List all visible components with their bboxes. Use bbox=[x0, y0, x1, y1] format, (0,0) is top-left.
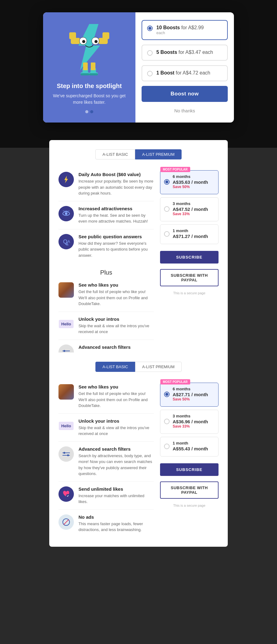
section1-tabs: A-LIST BASIC A-LIST PREMIUM bbox=[58, 149, 219, 159]
feature-list-2: See who likes you Get the full list of p… bbox=[58, 380, 154, 537]
noad-icon-2 bbox=[58, 514, 74, 530]
tab-basic-2[interactable]: A-LIST BASIC bbox=[95, 362, 135, 372]
feature-list-1: Daily Auto Boost ($60 value) Increase yo… bbox=[58, 167, 154, 263]
eye-icon bbox=[58, 206, 74, 221]
subscribe-button-1[interactable]: SUBSCRIBE bbox=[160, 251, 219, 264]
photo-icon-2 bbox=[58, 384, 74, 400]
modal-dots bbox=[85, 110, 93, 113]
section2-pricing: MOST POPULAR 6 months A$27.71 / month Sa… bbox=[160, 380, 219, 537]
radio-1mo-1[interactable] bbox=[164, 231, 170, 237]
amount-1mo-2: A$55.43 / month bbox=[173, 446, 208, 451]
heart-icon-2 bbox=[58, 486, 74, 502]
feature-title-likes1: See who likes you bbox=[78, 282, 154, 288]
feature-title-attract: Increased attractiveness bbox=[78, 206, 154, 211]
hello-icon-2: Hello bbox=[58, 418, 74, 434]
boost-each-10: each bbox=[156, 30, 204, 35]
tab-basic-1[interactable]: A-LIST BASIC bbox=[95, 149, 135, 159]
boost-count-10: 10 Boosts bbox=[156, 25, 180, 30]
no-thanks-button[interactable]: No thanks bbox=[142, 107, 228, 115]
feature-auto-boost: Daily Auto Boost ($60 value) Increase yo… bbox=[58, 167, 154, 201]
feature-title-search1: Advanced search filters bbox=[78, 344, 154, 350]
radio-1mo-2[interactable] bbox=[164, 444, 170, 449]
plus-divider: Plus bbox=[58, 263, 154, 278]
feature-desc-noad2: This means faster page loads, fewer dist… bbox=[78, 521, 154, 533]
radio-3mo-2[interactable] bbox=[164, 419, 170, 424]
boost-icon bbox=[58, 172, 74, 187]
save-6mo-1: Save 50% bbox=[173, 185, 208, 189]
feature-title-search2: Advanced search filters bbox=[78, 446, 154, 452]
price-1mo-1[interactable]: 1 month A$71.27 / month bbox=[160, 224, 219, 244]
subscribe-paypal-button-2[interactable]: SUBSCRIBE WITH PAYPAL bbox=[160, 481, 219, 499]
radio-10boosts[interactable] bbox=[147, 26, 153, 31]
most-popular-badge-1: MOST POPULAR bbox=[160, 167, 190, 172]
svg-rect-15 bbox=[83, 62, 88, 70]
price-3mo-1[interactable]: 3 months A$47.52 / month Save 33% bbox=[160, 197, 219, 221]
feature-desc-boost: Increase your popularity. Be seen by mor… bbox=[78, 178, 154, 196]
tab-premium-1[interactable]: A-LIST PREMIUM bbox=[135, 149, 182, 159]
svg-point-7 bbox=[82, 40, 85, 43]
amount-6mo-2: A$27.71 / month bbox=[173, 392, 208, 397]
feature-title-intros2: Unlock your intros bbox=[78, 418, 154, 424]
radio-6mo-1[interactable] bbox=[164, 179, 170, 185]
feature-intros-1: Hello Unlock your intros Skip the wait &… bbox=[58, 312, 154, 340]
dot-1 bbox=[85, 110, 88, 113]
boost-price-1: for A$4.72 each bbox=[175, 70, 211, 75]
feature-desc-likes2: Get the full list of people who like you… bbox=[78, 391, 154, 409]
svg-text:A: A bbox=[67, 239, 70, 244]
boost-now-button[interactable]: Boost now bbox=[142, 86, 228, 102]
boost-price-5: for A$3.47 each bbox=[177, 50, 213, 55]
radio-5boosts[interactable] bbox=[147, 50, 153, 56]
svg-rect-3 bbox=[102, 32, 109, 39]
amount-1mo-1: A$71.27 / month bbox=[173, 234, 208, 239]
svg-rect-16 bbox=[91, 62, 95, 70]
tab-premium-2[interactable]: A-LIST PREMIUM bbox=[135, 362, 182, 372]
section2-tabs: A-LIST BASIC A-LIST PREMIUM bbox=[58, 362, 219, 372]
photo-icon-1 bbox=[58, 282, 74, 298]
boost-modal: Step into the spotlight We've supercharg… bbox=[43, 12, 234, 123]
svg-rect-2 bbox=[69, 32, 76, 39]
pricing-options-1: MOST POPULAR 6 months A$35.63 / month Sa… bbox=[160, 170, 219, 295]
price-3mo-2[interactable]: 3 months A$36.96 / month Save 33% bbox=[160, 410, 219, 434]
amount-3mo-2: A$36.96 / month bbox=[173, 419, 208, 424]
svg-point-19 bbox=[65, 212, 67, 215]
boost-option-10[interactable]: 10 Boosts for A$2.99 each bbox=[142, 20, 228, 40]
svg-line-21 bbox=[63, 211, 63, 211]
radio-3mo-1[interactable] bbox=[164, 206, 170, 212]
radio-6mo-2[interactable] bbox=[164, 392, 170, 397]
amount-3mo-1: A$47.52 / month bbox=[173, 207, 208, 212]
price-6mo-1[interactable]: MOST POPULAR 6 months A$35.63 / month Sa… bbox=[160, 170, 219, 194]
feature-title-noad2: No ads bbox=[78, 514, 154, 520]
filter-icon-2 bbox=[58, 446, 74, 462]
pricing-options-2: MOST POPULAR 6 months A$27.71 / month Sa… bbox=[160, 383, 219, 507]
secure-text-1: This is a secure page bbox=[160, 291, 219, 295]
alist-basic-section: A-LIST BASIC A-LIST PREMIUM See who like… bbox=[49, 352, 228, 547]
feature-desc-unlimited2: Increase your matches with unlimited lik… bbox=[78, 493, 154, 505]
duration-3mo-1: 3 months bbox=[173, 201, 208, 206]
radio-1boost[interactable] bbox=[147, 71, 153, 76]
feature-attractiveness: Increased attractiveness Turn up the hea… bbox=[58, 201, 154, 229]
duration-3mo-2: 3 months bbox=[173, 414, 208, 418]
duration-1mo-2: 1 month bbox=[173, 441, 208, 445]
modal-subtitle: We've supercharged Boost so you get more… bbox=[49, 93, 129, 106]
feature-search-2: Advanced search filters Search by attrac… bbox=[58, 442, 154, 482]
boost-option-5[interactable]: 5 Boosts for A$3.47 each bbox=[142, 45, 228, 61]
feature-title-qa: See public question answers bbox=[78, 234, 154, 239]
section2-features: See who likes you Get the full list of p… bbox=[58, 380, 154, 537]
qa-icon: Q & A bbox=[58, 234, 74, 249]
feature-noad-2: No ads This means faster page loads, few… bbox=[58, 510, 154, 537]
price-1mo-2[interactable]: 1 month A$55.43 / month bbox=[160, 437, 219, 457]
feature-title-intros1: Unlock your intros bbox=[78, 316, 154, 322]
save-3mo-2: Save 33% bbox=[173, 424, 208, 429]
modal-right-panel: 10 Boosts for A$2.99 each 5 Boosts for A… bbox=[135, 12, 234, 123]
subscribe-button-2[interactable]: SUBSCRIBE bbox=[160, 463, 219, 476]
hello-icon-1: Hello bbox=[58, 316, 74, 332]
price-6mo-2[interactable]: MOST POPULAR 6 months A$27.71 / month Sa… bbox=[160, 383, 219, 407]
save-6mo-2: Save 50% bbox=[173, 397, 208, 401]
subscribe-paypal-button-1[interactable]: SUBSCRIBE WITH PAYPAL bbox=[160, 269, 219, 286]
boost-count-5: 5 Boosts bbox=[156, 50, 177, 55]
amount-6mo-1: A$35.63 / month bbox=[173, 179, 208, 185]
svg-line-44 bbox=[64, 520, 69, 525]
boost-price-10: for A$2.99 bbox=[180, 25, 203, 30]
boost-option-1[interactable]: 1 Boost for A$4.72 each bbox=[142, 65, 228, 81]
feature-title-unlimited2: Send unlimited likes bbox=[78, 486, 154, 492]
